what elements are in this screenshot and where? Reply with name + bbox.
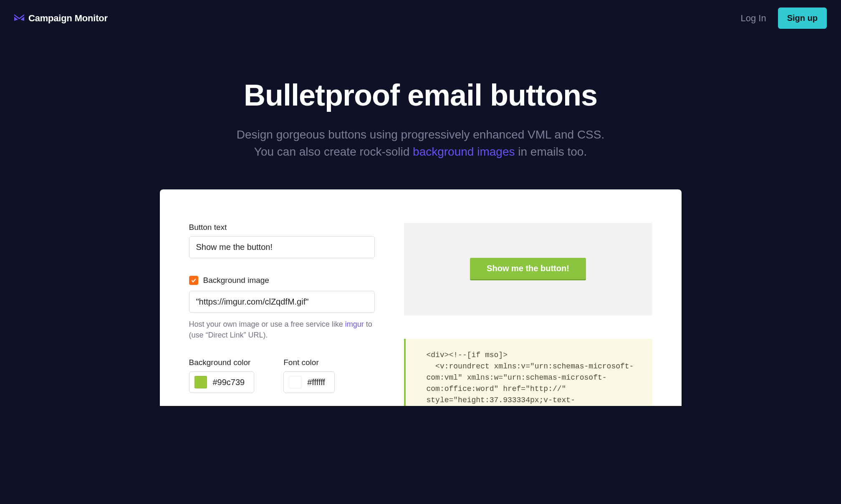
preview-column: Show me the button! <div><!--[if mso]> <… [404, 223, 652, 406]
font-color-label: Font color [283, 358, 335, 367]
subtitle-line2-before: You can also create rock-solid [254, 145, 413, 158]
brand-logo-icon [14, 14, 24, 23]
bg-image-label: Background image [203, 276, 269, 285]
bg-image-block: Background image Host your own image or … [189, 276, 375, 340]
button-text-block: Button text [189, 223, 375, 258]
page-title: Bulletproof email buttons [17, 78, 824, 112]
signup-button[interactable]: Sign up [778, 8, 827, 29]
font-color-swatch [289, 376, 301, 388]
subtitle-line2-after: in emails too. [515, 145, 587, 158]
preview-button[interactable]: Show me the button! [470, 258, 586, 280]
bg-color-block: Background color #99c739 [189, 358, 255, 393]
login-link[interactable]: Log In [741, 13, 766, 24]
bg-color-label: Background color [189, 358, 255, 367]
hero: Bulletproof email buttons Design gorgeou… [0, 36, 841, 189]
nav-right: Log In Sign up [741, 8, 827, 29]
main-panel: Button text Background image Host your o… [160, 189, 682, 406]
brand-name: Campaign Monitor [28, 13, 108, 24]
font-color-value: #ffffff [307, 378, 325, 387]
code-output: <div><!--[if mso]> <v:roundrect xmlns:v=… [404, 339, 652, 406]
font-color-input[interactable]: #ffffff [283, 371, 335, 393]
bg-image-check-row: Background image [189, 276, 375, 285]
page-subtitle: Design gorgeous buttons using progressiv… [17, 126, 824, 160]
font-color-block: Font color #ffffff [283, 358, 335, 393]
hint-before: Host your own image or use a free servic… [189, 320, 345, 328]
bg-color-value: #99c739 [213, 378, 245, 387]
bg-color-swatch [194, 376, 207, 388]
brand[interactable]: Campaign Monitor [14, 13, 108, 24]
subtitle-line1: Design gorgeous buttons using progressiv… [237, 128, 605, 141]
bg-image-hint: Host your own image or use a free servic… [189, 319, 375, 340]
imgur-link[interactable]: imgur [345, 320, 364, 328]
top-bar: Campaign Monitor Log In Sign up [0, 0, 841, 36]
bg-image-input[interactable] [189, 291, 375, 313]
form-column: Button text Background image Host your o… [189, 223, 375, 406]
background-images-link[interactable]: background images [413, 145, 515, 158]
code-snippet[interactable]: <div><!--[if mso]> <v:roundrect xmlns:v=… [427, 350, 641, 406]
bg-image-checkbox[interactable] [189, 276, 198, 285]
check-icon [191, 277, 197, 283]
bg-color-input[interactable]: #99c739 [189, 371, 255, 393]
preview-area: Show me the button! [404, 223, 652, 315]
color-row: Background color #99c739 Font color #fff… [189, 358, 375, 393]
button-text-input[interactable] [189, 236, 375, 258]
button-text-label: Button text [189, 223, 375, 232]
